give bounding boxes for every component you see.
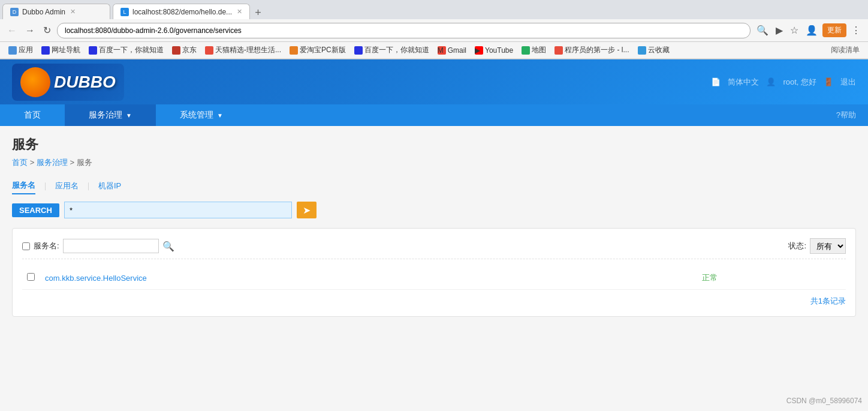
- bookmark-label-baidu1: 百度一下，你就知道: [99, 45, 164, 55]
- browser-chrome: D Dubbo Admin ✕ L localhost:8082/demo/he…: [0, 0, 868, 59]
- language-link[interactable]: 简体中文: [728, 77, 759, 88]
- bookmark-reader[interactable]: 阅读清单: [827, 44, 863, 56]
- nav-home[interactable]: 首页: [0, 104, 65, 126]
- search-tab-app-name[interactable]: 应用名: [55, 178, 79, 194]
- nav-system-management[interactable]: 系统管理 ▼: [156, 104, 247, 126]
- select-all-checkbox[interactable]: [22, 242, 30, 250]
- zoom-button[interactable]: 🔍: [754, 23, 771, 37]
- nav-system-management-label: 系统管理: [180, 110, 213, 121]
- bookmark-tm[interactable]: 天猫精选-理想生活...: [201, 44, 285, 56]
- logo-text: DUBBO: [54, 73, 116, 92]
- tab-bar: D Dubbo Admin ✕ L localhost:8082/demo/he…: [0, 0, 868, 19]
- bookmark-csdn[interactable]: 程序员的第一步 - l...: [551, 44, 632, 56]
- baidu1-icon: [89, 46, 97, 55]
- search-tab-div1: ｜: [41, 181, 49, 191]
- table-toolbar: 服务名: 🔍 状态: 所有 正常 异常: [22, 238, 846, 259]
- search-go-button[interactable]: ➤: [297, 202, 317, 218]
- search-tab-machine-ip[interactable]: 机器IP: [98, 178, 121, 194]
- table-row: com.kkb.service.HelloService 正常: [22, 266, 846, 290]
- dubbo-app: DUBBO 📄 简体中文 👤 root, 您好 🚪 退出 首页 服务治理 ▼ 系…: [0, 59, 868, 411]
- breadcrumb-sep1: >: [30, 158, 37, 167]
- service-filter: 服务名: 🔍: [22, 239, 174, 253]
- content-area: 服务 首页 > 服务治理 > 服务 服务名 ｜ 应用名 ｜ 机器IP SEARC…: [0, 126, 868, 411]
- nav-help[interactable]: ?帮助: [836, 110, 868, 121]
- search-tab-service-name[interactable]: 服务名: [12, 178, 35, 194]
- tab-label-1: Dubbo Admin: [22, 8, 65, 16]
- user-icon: 👤: [766, 77, 776, 86]
- tab-favicon-2: L: [120, 8, 129, 16]
- bookmark-label-baidu2: 百度一下，你就知道: [364, 45, 429, 55]
- search-input[interactable]: [64, 202, 292, 218]
- bookmark-nav[interactable]: 网址导航: [38, 44, 84, 56]
- logo-circle: [20, 67, 50, 97]
- bookmark-label-reader: 阅读清单: [831, 45, 860, 55]
- header-right: 📄 简体中文 👤 root, 您好 🚪 退出: [711, 77, 856, 88]
- nav-service-governance-label: 服务治理: [89, 110, 122, 121]
- nav-service-governance[interactable]: 服务治理 ▼: [65, 104, 156, 126]
- table-container: 服务名: 🔍 状态: 所有 正常 异常: [12, 228, 856, 317]
- row-checkbox-cell: [22, 266, 40, 290]
- service-filter-label: 服务名:: [34, 241, 59, 251]
- dubbo-header: DUBBO 📄 简体中文 👤 root, 您好 🚪 退出: [0, 59, 868, 104]
- bookmark-jd[interactable]: 京东: [168, 44, 200, 56]
- nav-menu: 首页 服务治理 ▼ 系统管理 ▼ ?帮助: [0, 104, 868, 126]
- tab-close-2[interactable]: ✕: [237, 8, 242, 16]
- dubbo-logo: DUBBO: [12, 64, 124, 101]
- service-filter-input[interactable]: [63, 239, 159, 253]
- page-title: 服务: [12, 136, 856, 154]
- bookmark-label-tm: 天猫精选-理想生活...: [215, 45, 281, 55]
- service-governance-arrow: ▼: [126, 112, 132, 119]
- gmail-icon: M: [438, 46, 446, 55]
- bookmark-label-gmail: Gmail: [448, 46, 466, 55]
- bookmark-label-map: 地图: [532, 45, 546, 55]
- tab-label-2: localhost:8082/demo/hello.de...: [132, 8, 232, 16]
- row-checkbox[interactable]: [27, 273, 35, 281]
- service-link[interactable]: com.kkb.service.HelloService: [45, 274, 147, 283]
- forward-button[interactable]: →: [23, 24, 37, 37]
- status-cell: 正常: [697, 266, 846, 290]
- csdn-icon: [554, 46, 563, 55]
- total-records: 共1条记录: [810, 296, 846, 305]
- cast-button[interactable]: ▶: [773, 23, 785, 37]
- reload-button[interactable]: ↻: [41, 23, 53, 37]
- search-label: SEARCH: [12, 203, 59, 217]
- new-tab-button[interactable]: +: [250, 7, 266, 19]
- search-tabs: 服务名 ｜ 应用名 ｜ 机器IP: [12, 178, 856, 194]
- more-button[interactable]: ⋮: [849, 23, 863, 37]
- search-go-icon: ➤: [303, 205, 311, 215]
- address-bar: ← → ↻ 🔍 ▶ ☆ 👤 更新 ⋮: [0, 19, 868, 42]
- tab-close-1[interactable]: ✕: [70, 8, 76, 16]
- bookmark-button[interactable]: ☆: [788, 23, 801, 37]
- bookmark-baidu2[interactable]: 百度一下，你就知道: [351, 44, 433, 56]
- bookmark-youtube[interactable]: ▶ YouTube: [471, 45, 517, 56]
- bookmark-apps[interactable]: 应用: [5, 44, 37, 56]
- bookmark-label-apps: 应用: [19, 45, 33, 55]
- breadcrumb-home[interactable]: 首页: [12, 158, 28, 167]
- status-select[interactable]: 所有 正常 异常: [810, 238, 846, 254]
- breadcrumb-service-governance[interactable]: 服务治理: [37, 158, 68, 167]
- baidu2-icon: [354, 46, 363, 55]
- logout-link[interactable]: 退出: [840, 77, 856, 88]
- back-button[interactable]: ←: [5, 24, 19, 37]
- search-tab-div2: ｜: [85, 181, 92, 191]
- youtube-icon: ▶: [475, 46, 483, 55]
- bookmark-label-cloud: 云收藏: [648, 45, 670, 55]
- user-link[interactable]: root, 您好: [783, 77, 816, 88]
- bookmark-cloud[interactable]: 云收藏: [634, 44, 673, 56]
- breadcrumb-current: 服务: [77, 158, 92, 167]
- update-button[interactable]: 更新: [822, 23, 846, 37]
- breadcrumb-sep2: >: [70, 158, 76, 167]
- baidu-nav-icon: [41, 46, 50, 55]
- tab-dubbo-admin[interactable]: D Dubbo Admin ✕: [2, 4, 110, 19]
- url-input[interactable]: [57, 23, 751, 38]
- bookmark-map[interactable]: 地图: [518, 44, 550, 56]
- profile-button[interactable]: 👤: [803, 23, 820, 37]
- jd-icon: [172, 46, 180, 55]
- bookmark-baidu1[interactable]: 百度一下，你就知道: [85, 44, 167, 56]
- cloud-icon: [638, 46, 646, 55]
- service-filter-search-button[interactable]: 🔍: [162, 241, 174, 252]
- watermark: CSDN @m0_58996074: [786, 397, 862, 405]
- bookmark-aibao[interactable]: 爱淘宝PC新版: [286, 44, 349, 56]
- tab-localhost[interactable]: L localhost:8082/demo/hello.de... ✕: [113, 4, 250, 19]
- bookmark-gmail[interactable]: M Gmail: [434, 45, 470, 56]
